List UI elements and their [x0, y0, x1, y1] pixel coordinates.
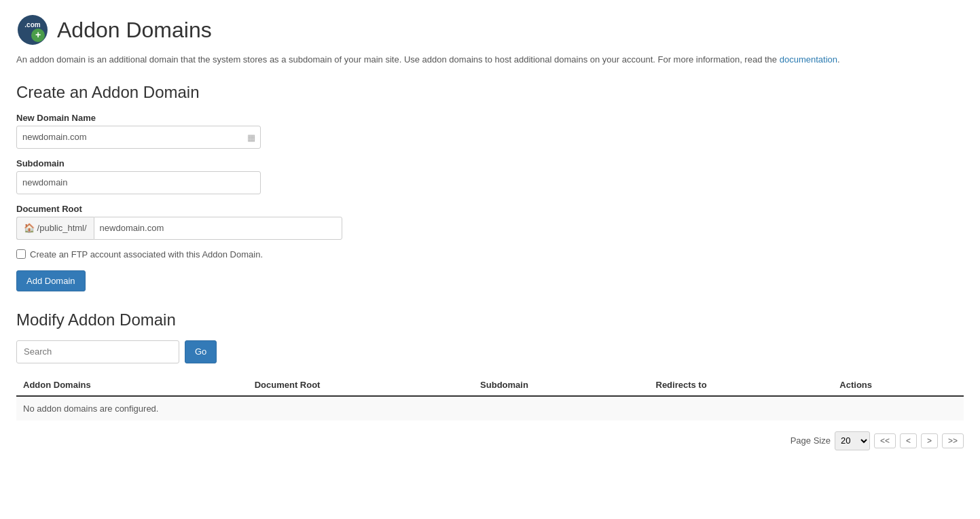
ftp-checkbox[interactable] — [16, 249, 26, 259]
doc-root-label: Document Root — [16, 204, 964, 214]
col-redirects-to: Redirects to — [649, 374, 833, 396]
search-row: Go — [16, 340, 964, 363]
table-body: No addon domains are configured. — [16, 396, 964, 420]
domain-name-label: New Domain Name — [16, 113, 964, 123]
domain-name-calendar-icon: ▦ — [247, 132, 255, 142]
pagination-prev-button[interactable]: < — [900, 433, 917, 448]
empty-message: No addon domains are configured. — [16, 396, 964, 420]
ftp-label[interactable]: Create an FTP account associated with th… — [30, 249, 263, 260]
col-addon-domains: Addon Domains — [16, 374, 248, 396]
go-button[interactable]: Go — [185, 340, 217, 363]
col-subdomain: Subdomain — [473, 374, 649, 396]
pagination-next-button[interactable]: > — [921, 433, 938, 448]
svg-text:.com: .com — [24, 21, 40, 29]
table-row-empty: No addon domains are configured. — [16, 396, 964, 420]
subdomain-input[interactable] — [16, 171, 261, 194]
subdomain-label: Subdomain — [16, 158, 964, 168]
doc-root-field-group: Document Root 🏠 /public_html/ — [16, 204, 964, 240]
page-header: .com + Addon Domains — [16, 14, 964, 46]
create-section-title: Create an Addon Domain — [16, 83, 964, 102]
search-input[interactable] — [16, 340, 179, 363]
subdomain-field-group: Subdomain — [16, 158, 964, 194]
page-size-select[interactable]: 10 20 50 100 — [835, 431, 870, 450]
page-title: Addon Domains — [57, 18, 212, 43]
table-header: Addon Domains Document Root Subdomain Re… — [16, 374, 964, 396]
pagination-first-button[interactable]: << — [874, 433, 896, 448]
addon-domains-icon: .com + — [16, 14, 49, 46]
pagination-row: Page Size 10 20 50 100 << < > >> — [16, 431, 964, 450]
documentation-link[interactable]: documentation — [780, 54, 837, 65]
pagination-last-button[interactable]: >> — [942, 433, 964, 448]
page-size-label: Page Size — [791, 435, 831, 446]
domain-name-input[interactable] — [16, 126, 261, 149]
doc-root-prefix: 🏠 /public_html/ — [16, 217, 94, 240]
modify-section-title: Modify Addon Domain — [16, 310, 964, 329]
svg-text:+: + — [35, 29, 41, 40]
col-document-root: Document Root — [248, 374, 473, 396]
add-domain-button[interactable]: Add Domain — [16, 270, 86, 291]
domain-name-input-wrapper: ▦ — [16, 126, 261, 149]
doc-root-wrapper: 🏠 /public_html/ — [16, 217, 342, 240]
col-actions: Actions — [833, 374, 964, 396]
doc-root-input[interactable] — [94, 217, 342, 240]
domain-name-field-group: New Domain Name ▦ — [16, 113, 964, 149]
ftp-checkbox-row: Create an FTP account associated with th… — [16, 249, 964, 260]
svg-point-0 — [18, 15, 48, 45]
addon-domains-table: Addon Domains Document Root Subdomain Re… — [16, 374, 964, 420]
page-description: An addon domain is an additional domain … — [16, 53, 964, 67]
